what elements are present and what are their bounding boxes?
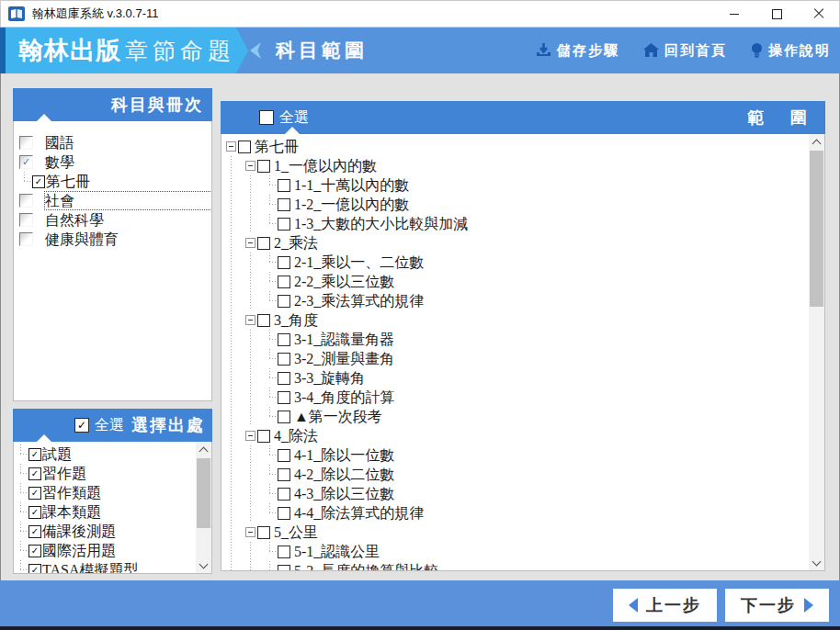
chapter-label[interactable]: 2_乘法 [274, 234, 318, 252]
tree-row: ▲第一次段考 [226, 407, 809, 426]
source-checkbox[interactable]: ✓ [28, 525, 41, 538]
subject-checkbox[interactable] [19, 136, 33, 150]
chapter-label[interactable]: 5-2_長度的換算與比較 [294, 562, 438, 571]
home-button[interactable]: 回到首頁 [643, 42, 727, 60]
chapter-label[interactable]: ▲第一次段考 [294, 408, 382, 425]
chapter-checkbox[interactable] [278, 179, 290, 192]
chapter-label[interactable]: 3-3_旋轉角 [294, 369, 365, 387]
source-checkbox[interactable]: ✓ [28, 506, 41, 519]
subject-checkbox[interactable] [19, 213, 33, 227]
tree-elbow-icon [265, 465, 278, 484]
chapter-checkbox[interactable] [278, 488, 290, 501]
subject-checkbox[interactable]: ✓ [32, 175, 45, 188]
chapter-label[interactable]: 3-2_測量與畫角 [294, 350, 394, 367]
collapse-toggle-icon[interactable] [245, 527, 255, 537]
source-label[interactable]: 習作類題 [42, 484, 196, 501]
chapter-checkbox[interactable] [257, 430, 270, 443]
source-scrollbar[interactable] [196, 442, 211, 573]
chapter-checkbox[interactable] [257, 526, 270, 539]
chapter-checkbox[interactable] [278, 333, 290, 346]
subject-label[interactable]: 數學 [45, 153, 211, 171]
subject-checkbox[interactable] [19, 194, 33, 208]
scope-scrollbar[interactable] [809, 134, 824, 570]
scroll-up-icon[interactable] [809, 134, 824, 150]
scroll-down-icon[interactable] [809, 555, 824, 570]
scope-select-all-checkbox[interactable] [259, 110, 274, 125]
scope-scrollbar-thumb[interactable] [810, 151, 823, 307]
subject-checkbox[interactable] [19, 232, 33, 246]
chapter-label[interactable]: 4-2_除以二位數 [294, 466, 394, 483]
chapter-label[interactable]: 1-2_一億以內的數 [294, 196, 409, 213]
collapse-toggle-icon[interactable] [245, 431, 255, 441]
chapter-label[interactable]: 1_一億以內的數 [274, 157, 377, 174]
subject-label[interactable]: 第七冊 [46, 173, 211, 190]
scope-select-all[interactable]: 全選 [259, 108, 309, 128]
source-label[interactable]: TASA模擬題型 [42, 561, 196, 574]
scroll-up-icon[interactable] [196, 442, 211, 457]
chapter-checkbox[interactable] [257, 314, 270, 327]
source-label[interactable]: 試題 [42, 445, 196, 463]
chapter-checkbox[interactable] [278, 468, 290, 481]
chapter-label[interactable]: 5_公里 [274, 523, 318, 541]
chapter-label[interactable]: 4-3_除以三位數 [294, 485, 394, 502]
source-label[interactable]: 課本類題 [42, 503, 196, 521]
chapter-checkbox[interactable] [278, 256, 290, 269]
chapter-label[interactable]: 4_除法 [274, 427, 318, 444]
chapter-label[interactable]: 2-3_乘法算式的規律 [294, 292, 424, 309]
chapter-label[interactable]: 4-4_除法算式的規律 [294, 504, 424, 522]
close-button[interactable] [798, 0, 840, 28]
chapter-checkbox[interactable] [278, 565, 290, 572]
subject-label[interactable]: 社會 [45, 192, 211, 209]
source-scrollbar-thumb[interactable] [197, 458, 210, 528]
chapter-label[interactable]: 4-1_除以一位數 [294, 446, 394, 464]
source-select-all[interactable]: ✓ 全選 [74, 416, 124, 435]
chapter-checkbox[interactable] [278, 372, 290, 385]
chapter-label[interactable]: 第七冊 [255, 138, 299, 155]
subject-label[interactable]: 自然科學 [45, 211, 211, 229]
help-button[interactable]: 操作說明 [751, 42, 831, 60]
chapter-checkbox[interactable] [278, 198, 290, 211]
chapter-label[interactable]: 3_角度 [274, 311, 318, 329]
source-label[interactable]: 備課後測題 [42, 523, 196, 540]
subject-label[interactable]: 國語 [45, 134, 211, 152]
chapter-checkbox[interactable] [257, 237, 270, 250]
source-checkbox[interactable]: ✓ [28, 564, 41, 575]
collapse-toggle-icon[interactable] [245, 315, 255, 325]
source-checkbox[interactable]: ✓ [28, 448, 41, 461]
chapter-label[interactable]: 2-1_乘以一、二位數 [294, 253, 424, 271]
chapter-checkbox[interactable] [278, 295, 290, 308]
source-label[interactable]: 習作題 [42, 465, 196, 482]
chapter-label[interactable]: 3-1_認識量角器 [294, 331, 394, 348]
subject-checkbox[interactable]: ✓ [19, 155, 33, 169]
minimize-button[interactable] [713, 0, 755, 28]
chapter-label[interactable]: 1-3_大數的大小比較與加減 [294, 215, 468, 232]
chapter-label[interactable]: 1-1_十萬以內的數 [294, 176, 409, 194]
collapse-toggle-icon[interactable] [245, 238, 255, 248]
chapter-checkbox[interactable] [278, 276, 290, 288]
subject-label[interactable]: 健康與體育 [45, 231, 211, 248]
next-step-button[interactable]: 下一步 [725, 589, 829, 622]
chapter-checkbox[interactable] [278, 546, 290, 558]
collapse-toggle-icon[interactable] [245, 161, 255, 171]
collapse-toggle-icon[interactable] [226, 141, 236, 152]
chapter-checkbox[interactable] [278, 449, 290, 462]
chapter-checkbox[interactable] [278, 218, 290, 231]
chapter-label[interactable]: 3-4_角度的計算 [294, 388, 394, 406]
source-label[interactable]: 國際活用題 [42, 542, 196, 559]
source-select-all-checkbox[interactable]: ✓ [74, 418, 89, 433]
chapter-checkbox[interactable] [257, 160, 270, 173]
chapter-label[interactable]: 5-1_認識公里 [294, 543, 380, 560]
source-checkbox[interactable]: ✓ [28, 487, 41, 500]
source-checkbox[interactable]: ✓ [28, 467, 41, 480]
chapter-checkbox[interactable] [278, 411, 290, 423]
chapter-label[interactable]: 2-2_乘以三位數 [294, 273, 394, 290]
chapter-checkbox[interactable] [278, 391, 290, 404]
chapter-checkbox[interactable] [238, 141, 251, 153]
previous-step-button[interactable]: 上一步 [613, 589, 717, 622]
chapter-checkbox[interactable] [278, 507, 290, 520]
source-checkbox[interactable]: ✓ [28, 545, 41, 557]
chapter-checkbox[interactable] [278, 353, 290, 366]
save-steps-button[interactable]: 儲存步驟 [536, 42, 619, 60]
maximize-button[interactable] [755, 0, 798, 28]
scroll-down-icon[interactable] [196, 557, 211, 573]
